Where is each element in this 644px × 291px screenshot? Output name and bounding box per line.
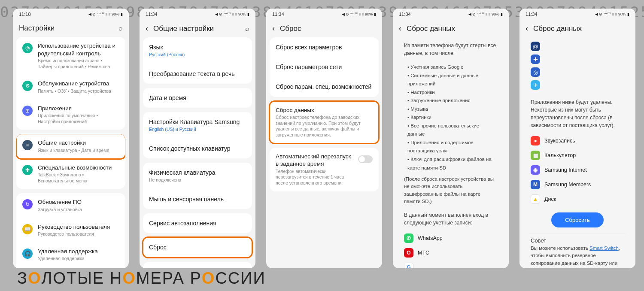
card: Сброс xyxy=(143,237,252,257)
card: Сброс всех параметровСброс параметров се… xyxy=(270,37,379,97)
bullet-item: Все прочие пользовательские данные xyxy=(407,122,494,139)
card: Автоматический перезапуск в заданное вре… xyxy=(270,148,379,191)
bullet-item: Настройки xyxy=(407,88,494,97)
status-time: 11:34 xyxy=(272,12,284,17)
item-sub: Не подключена xyxy=(149,177,246,183)
account-icon: G xyxy=(404,263,413,268)
bullet-item: Приложения и содержимое поставщика услуг xyxy=(407,139,494,155)
settings-item[interactable]: Сброс xyxy=(143,237,252,257)
settings-item[interactable]: ⓘ Сведения о телефоне Состояние • Юридич… xyxy=(16,267,125,268)
item-label: Приложения xyxy=(38,105,119,112)
settings-item[interactable]: Список доступных клавиатур xyxy=(143,139,252,158)
item-label: Свяжитесь с нами xyxy=(149,268,246,268)
accounts-intro: В данный момент выполнен вход в следующи… xyxy=(396,207,505,231)
item-sub: Удаленная поддержка xyxy=(38,256,119,262)
settings-item[interactable]: Физическая клавиатураНе подключена xyxy=(143,163,252,189)
auto-restart-toggle[interactable] xyxy=(358,155,373,163)
phone-2: 11:34 ◀ ⊘ ᵛᵒᴸᵀᴱ ⫴ ⫴ 98%▮ ‹ Общие настрой… xyxy=(140,9,255,268)
intro-text: Из памяти телефона будут стерты все данн… xyxy=(396,37,505,61)
item-label: Преобразование текста в речь xyxy=(149,70,246,78)
card: Свяжитесь с нами xyxy=(143,262,252,268)
auto-restart-sub: Телефон автоматически перезагрузится в т… xyxy=(276,169,353,186)
card: ◔ Использование устройства и родительски… xyxy=(16,37,125,130)
item-sub: Приложения по умолчанию • Настройки прил… xyxy=(38,113,119,124)
reset-button[interactable]: Сбросить xyxy=(551,212,604,227)
back-icon[interactable]: ‹ xyxy=(272,24,275,33)
card: Настройки Клавиатура SamsungEnglish (US)… xyxy=(143,112,252,158)
reset-data-row[interactable]: Сброс данных Сброс настроек телефона до … xyxy=(270,101,379,143)
settings-item[interactable]: ЯзыкРусский (Россия) xyxy=(143,37,252,64)
item-icon: 🎧 xyxy=(22,249,33,259)
item-sub: Загрузка и установка xyxy=(38,207,119,213)
status-icons: ◀ ⊘ ᵛᵒᴸᵀᴱ ⫴ ⫴ 98%▮ xyxy=(215,12,249,17)
item-icon: ⊞ xyxy=(22,106,33,116)
settings-item[interactable]: Мышь и сенсорная панель xyxy=(143,189,252,209)
phone-row: 11:18 ◀ ⊘ ᵛᵒᴸᵀᴱ ⫴ ⫴ 98%▮ Настройки ⌕ ◔ И… xyxy=(13,9,635,268)
settings-item[interactable]: Дата и время xyxy=(143,88,252,108)
status-time: 11:18 xyxy=(19,12,31,17)
item-label: Дата и время xyxy=(149,94,246,102)
app-label: Диск xyxy=(544,196,556,202)
reset-option[interactable]: Сброс всех параметров xyxy=(270,37,379,57)
item-label: Обслуживание устройства xyxy=(38,80,119,88)
settings-item[interactable]: Свяжитесь с нами xyxy=(143,262,252,268)
reset-option[interactable]: Сброс парам. спец. возможностей xyxy=(270,77,379,97)
search-icon[interactable]: ⌕ xyxy=(118,24,123,32)
bullet-item: Картинки xyxy=(407,113,494,122)
settings-item[interactable]: 🎧 Удаленная поддержка Удаленная поддержк… xyxy=(16,242,125,267)
account-row: ✆ WhatsApp xyxy=(396,231,505,246)
item-icon: ✚ xyxy=(22,165,33,175)
search-icon[interactable]: ⌕ xyxy=(245,25,249,33)
back-icon[interactable]: ‹ xyxy=(526,24,528,33)
item-label: Сброс xyxy=(149,243,246,251)
status-icons: ◀ ⊘ ᵛᵒᴸᵀᴱ ⫴ ⫴ 98%▮ xyxy=(468,12,503,17)
settings-item[interactable]: ⚙ Обслуживание устройства Память • ОЗУ •… xyxy=(16,75,125,99)
app-label: Samsung Members xyxy=(544,182,591,188)
status-time: 11:34 xyxy=(399,12,411,17)
content: @✚◎✈ Приложения ниже будут удалены. Неко… xyxy=(519,37,635,268)
settings-item[interactable]: Настройки Клавиатура SamsungEnglish (US)… xyxy=(143,112,252,139)
account-label: WhatsApp xyxy=(418,235,443,241)
page-title: Сброс данных xyxy=(533,24,629,33)
item-label: Сброс параметров сети xyxy=(276,63,373,71)
phone-1: 11:18 ◀ ⊘ ᵛᵒᴸᵀᴱ ⫴ ⫴ 98%▮ Настройки ⌕ ◔ И… xyxy=(13,9,129,268)
phone-3: 11:34 ◀ ⊘ ᵛᵒᴸᵀᴱ ⫴ ⫴ 98%▮ ‹ Сброс Сброс в… xyxy=(266,9,382,268)
back-icon[interactable]: ‹ xyxy=(399,24,401,33)
statusbar: 11:34 ◀ ⊘ ᵛᵒᴸᵀᴱ ⫴ ⫴ 98%▮ xyxy=(266,9,382,20)
item-label: Язык xyxy=(149,43,246,51)
settings-item[interactable]: 📖 Руководство пользователя Руководство п… xyxy=(16,218,125,242)
app-label: Samsung Internet xyxy=(544,167,587,173)
card: ↻ Обновление ПО Загрузка и установка📖 Ру… xyxy=(16,193,125,268)
card: ≡ Общие настройки Язык и клавиатура • Да… xyxy=(16,134,125,189)
phone-4: 11:34 ◀ ⊘ ᵛᵒᴸᵀᴱ ⫴ ⫴ 98%▮ ‹ Сброс данных … xyxy=(393,9,509,268)
settings-item[interactable]: ✚ Специальные возможности TalkBack • Зву… xyxy=(16,159,125,189)
item-label: Физическая клавиатура xyxy=(149,169,246,176)
content: ЯзыкРусский (Россия)Преобразование текст… xyxy=(140,37,255,268)
status-icons: ◀ ⊘ ᵛᵒᴸᵀᴱ ⫴ ⫴ 98%▮ xyxy=(342,12,376,17)
settings-item[interactable]: ≡ Общие настройки Язык и клавиатура • Да… xyxy=(16,134,125,158)
auto-restart-row[interactable]: Автоматический перезапуск в заданное вре… xyxy=(270,148,379,191)
reset-option[interactable]: Сброс параметров сети xyxy=(270,57,379,77)
settings-item[interactable]: Сервис автозаполнения xyxy=(143,213,252,233)
settings-item[interactable]: ◔ Использование устройства и родительски… xyxy=(16,37,125,75)
item-label: Настройки Клавиатура Samsung xyxy=(149,118,246,126)
back-icon[interactable]: ‹ xyxy=(146,24,148,33)
account-row: G xyxy=(396,260,505,268)
smart-switch-link[interactable]: Smart Switch xyxy=(589,246,619,251)
header: ‹ Сброс xyxy=(266,20,382,37)
item-label: Специальные возможности xyxy=(38,164,119,172)
app-icon: ✚ xyxy=(531,55,540,64)
app-icon: ● xyxy=(531,136,540,146)
bullet-item: Ключ для расшифровки файлов на карте пам… xyxy=(407,155,494,172)
settings-item[interactable]: Преобразование текста в речь xyxy=(143,64,252,84)
app-icon: ◉ xyxy=(531,165,540,175)
reset-data-card[interactable]: Сброс данных Сброс настроек телефона до … xyxy=(270,101,379,143)
brand-watermark: ЗОЛОТЫЕ НОМЕРА РОССИИ xyxy=(17,269,266,288)
account-icon: O xyxy=(404,248,413,258)
item-sub: English (US) и Русский xyxy=(149,127,246,133)
item-label: Сброс всех параметров xyxy=(276,43,373,51)
tip-body: Вы можете использовать Smart Switch, что… xyxy=(523,245,632,268)
account-row: O МТС xyxy=(396,246,505,260)
settings-item[interactable]: ⊞ Приложения Приложения по умолчанию • Н… xyxy=(16,100,125,130)
settings-item[interactable]: ↻ Обновление ПО Загрузка и установка xyxy=(16,193,125,218)
